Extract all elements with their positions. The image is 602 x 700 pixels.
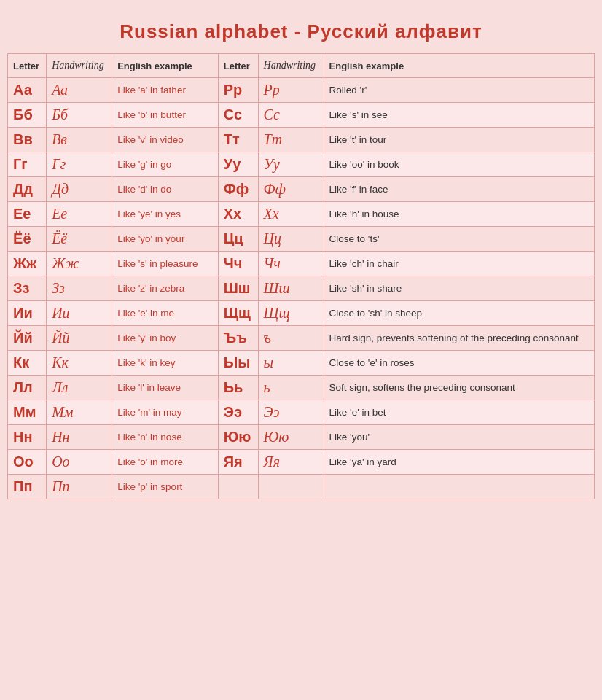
left-handwriting-cell: Мм (47, 400, 112, 425)
left-letter-cell: Ёё (8, 227, 47, 252)
left-example-cell: Like 's' in pleasure (112, 252, 219, 276)
left-letter-cell: Йй (8, 326, 47, 351)
right-handwriting-cell: Хх (258, 202, 324, 227)
left-example-cell: Like 'n' in nose (112, 425, 219, 450)
left-letter-cell: Ии (8, 301, 47, 326)
left-example-cell: Like 'y' in boy (112, 326, 219, 351)
left-example-cell: Like 'a' in father (112, 78, 219, 103)
left-example-cell: Like 'ye' in yes (112, 202, 219, 227)
left-handwriting-cell: Аа (47, 78, 112, 103)
left-letter-cell: Оо (8, 450, 47, 475)
right-example-cell: Like 't' in tour (324, 128, 594, 152)
left-letter-cell: Жж (8, 252, 47, 276)
right-handwriting-cell: ы (258, 351, 324, 376)
right-example-cell: Like 'h' in house (324, 202, 594, 227)
right-example-cell: Rolled 'r' (324, 78, 594, 103)
left-letter-cell: Лл (8, 376, 47, 400)
right-example-header: English example (324, 54, 594, 78)
left-handwriting-cell: Оо (47, 450, 112, 475)
right-handwriting-cell: Юю (258, 425, 324, 450)
left-handwriting-cell: Йй (47, 326, 112, 351)
left-handwriting-cell: Жж (47, 252, 112, 276)
right-example-cell: Like 'ya' in yard (324, 450, 594, 475)
right-handwriting-cell: ь (258, 376, 324, 400)
left-letter-cell: Вв (8, 128, 47, 152)
left-letter-header: Letter (8, 54, 47, 78)
right-handwriting-cell: Цц (258, 227, 324, 252)
page-title: Russian alphabet - Русский алфавит (7, 7, 595, 53)
left-letter-cell: Ее (8, 202, 47, 227)
left-letter-cell: Гг (8, 152, 47, 177)
right-example-cell: Hard sign, prevents softening of the pre… (324, 326, 594, 351)
right-handwriting-cell: Яя (258, 450, 324, 475)
right-example-cell: Like 'sh' in share (324, 276, 594, 301)
left-example-cell: Like 'l' in leave (112, 376, 219, 400)
right-letter-cell: Хх (218, 202, 258, 227)
right-handwriting-cell: Сс (258, 103, 324, 128)
right-example-cell: Close to 'e' in roses (324, 351, 594, 376)
right-handwriting-cell: Рр (258, 78, 324, 103)
right-letter-cell (218, 475, 258, 499)
right-letter-cell: Щщ (218, 301, 258, 326)
right-letter-cell: Яя (218, 450, 258, 475)
right-letter-cell: Шш (218, 276, 258, 301)
right-example-cell: Like 'f' in face (324, 177, 594, 202)
right-example-cell (324, 475, 594, 499)
right-handwriting-cell: Уу (258, 152, 324, 177)
right-letter-cell: Фф (218, 177, 258, 202)
right-handwriting-cell: ъ (258, 326, 324, 351)
left-handwriting-cell: Лл (47, 376, 112, 400)
left-example-cell: Like 'v' in video (112, 128, 219, 152)
right-letter-cell: Ьь (218, 376, 258, 400)
left-example-cell: Like 'b' in butter (112, 103, 219, 128)
right-example-cell: Close to 'ts' (324, 227, 594, 252)
right-handwriting-cell: Ээ (258, 400, 324, 425)
left-example-cell: Like 'm' in may (112, 400, 219, 425)
left-example-header: English example (112, 54, 219, 78)
left-handwriting-cell: Кк (47, 351, 112, 376)
right-handwriting-cell: Чч (258, 252, 324, 276)
left-letter-cell: Кк (8, 351, 47, 376)
right-example-cell: Like 's' in see (324, 103, 594, 128)
left-handwriting-cell: Гг (47, 152, 112, 177)
alphabet-table: Letter Handwriting English example Lette… (7, 53, 595, 499)
left-letter-cell: Пп (8, 475, 47, 499)
right-example-cell: Like 'ch' in chair (324, 252, 594, 276)
right-letter-cell: Ъъ (218, 326, 258, 351)
right-handwriting-cell (258, 475, 324, 499)
left-handwriting-cell: Зз (47, 276, 112, 301)
right-letter-cell: Уу (218, 152, 258, 177)
left-letter-cell: Зз (8, 276, 47, 301)
right-handwriting-cell: Тт (258, 128, 324, 152)
left-handwriting-cell: Дд (47, 177, 112, 202)
right-handwriting-cell: Щщ (258, 301, 324, 326)
left-example-cell: Like 'k' in key (112, 351, 219, 376)
right-example-cell: Like 'e' in bet (324, 400, 594, 425)
left-handwriting-cell: Ёё (47, 227, 112, 252)
left-example-cell: Like 'o' in more (112, 450, 219, 475)
left-letter-cell: Дд (8, 177, 47, 202)
left-handwriting-cell: Пп (47, 475, 112, 499)
right-letter-cell: Тт (218, 128, 258, 152)
left-letter-cell: Аа (8, 78, 47, 103)
left-example-cell: Like 'e' in me (112, 301, 219, 326)
right-letter-cell: Чч (218, 252, 258, 276)
left-handwriting-cell: Вв (47, 128, 112, 152)
right-example-cell: Soft sign, softens the preceding consona… (324, 376, 594, 400)
left-example-cell: Like 'yo' in your (112, 227, 219, 252)
left-letter-cell: Мм (8, 400, 47, 425)
right-letter-cell: Сс (218, 103, 258, 128)
right-handwriting-cell: Шш (258, 276, 324, 301)
left-letter-cell: Нн (8, 425, 47, 450)
left-handwriting-cell: Ее (47, 202, 112, 227)
left-handwriting-header: Handwriting (47, 54, 112, 78)
right-letter-cell: Ээ (218, 400, 258, 425)
right-letter-cell: Рр (218, 78, 258, 103)
left-handwriting-cell: Ии (47, 301, 112, 326)
right-handwriting-header: Handwriting (258, 54, 324, 78)
right-handwriting-cell: Фф (258, 177, 324, 202)
right-letter-cell: Ыы (218, 351, 258, 376)
right-example-cell: Like 'oo' in book (324, 152, 594, 177)
right-example-cell: Close to 'sh' in sheep (324, 301, 594, 326)
left-example-cell: Like 'p' in sport (112, 475, 219, 499)
